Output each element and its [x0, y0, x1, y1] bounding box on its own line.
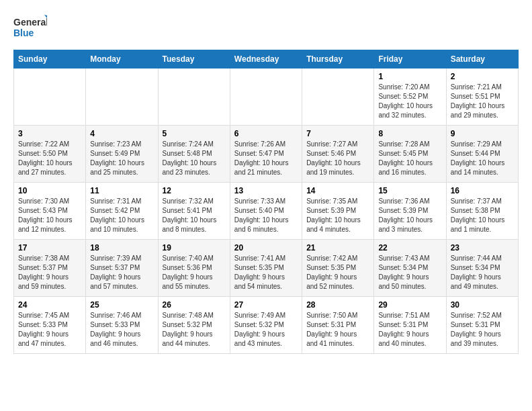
calendar-cell: 17Sunrise: 7:38 AMSunset: 5:37 PMDayligh…: [14, 240, 86, 297]
calendar-cell: 8Sunrise: 7:28 AMSunset: 5:45 PMDaylight…: [374, 126, 446, 183]
day-number: 5: [163, 129, 226, 138]
day-number: 7: [306, 129, 369, 138]
calendar-cell: 28Sunrise: 7:50 AMSunset: 5:31 PMDayligh…: [302, 297, 374, 354]
day-info: Sunrise: 7:26 AMSunset: 5:47 PMDaylight:…: [234, 140, 298, 177]
calendar-cell: 4Sunrise: 7:23 AMSunset: 5:49 PMDaylight…: [86, 126, 158, 183]
calendar-body: 1Sunrise: 7:20 AMSunset: 5:52 PMDaylight…: [14, 68, 519, 354]
calendar-header: SundayMondayTuesdayWednesdayThursdayFrid…: [14, 50, 519, 68]
calendar-cell: 5Sunrise: 7:24 AMSunset: 5:48 PMDaylight…: [158, 126, 230, 183]
day-number: 26: [163, 300, 226, 310]
calendar-cell: [86, 68, 158, 126]
day-info: Sunrise: 7:31 AMSunset: 5:42 PMDaylight:…: [90, 197, 153, 234]
day-info: Sunrise: 7:46 AMSunset: 5:33 PMDaylight:…: [90, 311, 153, 349]
day-info: Sunrise: 7:21 AMSunset: 5:51 PMDaylight:…: [451, 83, 514, 120]
calendar-cell: 27Sunrise: 7:49 AMSunset: 5:32 PMDayligh…: [230, 297, 302, 354]
weekday-header-row: SundayMondayTuesdayWednesdayThursdayFrid…: [14, 50, 519, 68]
weekday-header-saturday: Saturday: [446, 50, 518, 68]
day-info: Sunrise: 7:22 AMSunset: 5:50 PMDaylight:…: [18, 140, 81, 177]
day-number: 6: [234, 129, 298, 138]
day-number: 25: [90, 300, 153, 310]
day-info: Sunrise: 7:37 AMSunset: 5:38 PMDaylight:…: [451, 197, 514, 234]
day-number: 13: [234, 186, 298, 195]
day-info: Sunrise: 7:43 AMSunset: 5:34 PMDaylight:…: [378, 254, 441, 291]
weekday-header-sunday: Sunday: [14, 50, 86, 68]
calendar-cell: 29Sunrise: 7:51 AMSunset: 5:31 PMDayligh…: [374, 297, 446, 354]
calendar-cell: 26Sunrise: 7:48 AMSunset: 5:32 PMDayligh…: [158, 297, 230, 354]
day-info: Sunrise: 7:51 AMSunset: 5:31 PMDaylight:…: [378, 311, 441, 349]
calendar-week-row: 17Sunrise: 7:38 AMSunset: 5:37 PMDayligh…: [14, 240, 519, 297]
calendar-cell: 15Sunrise: 7:36 AMSunset: 5:39 PMDayligh…: [374, 183, 446, 240]
calendar-cell: 25Sunrise: 7:46 AMSunset: 5:33 PMDayligh…: [86, 297, 158, 354]
day-info: Sunrise: 7:36 AMSunset: 5:39 PMDaylight:…: [378, 197, 441, 234]
day-number: 12: [163, 186, 226, 195]
day-info: Sunrise: 7:45 AMSunset: 5:33 PMDaylight:…: [18, 311, 81, 349]
calendar-cell: 9Sunrise: 7:29 AMSunset: 5:44 PMDaylight…: [446, 126, 518, 183]
calendar-cell: 1Sunrise: 7:20 AMSunset: 5:52 PMDaylight…: [374, 68, 446, 126]
day-info: Sunrise: 7:33 AMSunset: 5:40 PMDaylight:…: [234, 197, 298, 234]
day-info: Sunrise: 7:23 AMSunset: 5:49 PMDaylight:…: [90, 140, 153, 177]
day-number: 1: [378, 72, 441, 81]
calendar-cell: 21Sunrise: 7:42 AMSunset: 5:35 PMDayligh…: [302, 240, 374, 297]
calendar-cell: 22Sunrise: 7:43 AMSunset: 5:34 PMDayligh…: [374, 240, 446, 297]
day-info: Sunrise: 7:35 AMSunset: 5:39 PMDaylight:…: [306, 197, 369, 234]
weekday-header-tuesday: Tuesday: [158, 50, 230, 68]
day-number: 18: [90, 243, 153, 253]
weekday-header-wednesday: Wednesday: [230, 50, 302, 68]
logo-svg: General Blue: [13, 13, 47, 43]
calendar-cell: 30Sunrise: 7:52 AMSunset: 5:31 PMDayligh…: [446, 297, 518, 354]
calendar-cell: [158, 68, 230, 126]
day-number: 21: [306, 243, 369, 253]
day-info: Sunrise: 7:32 AMSunset: 5:41 PMDaylight:…: [163, 197, 226, 234]
calendar-cell: 10Sunrise: 7:30 AMSunset: 5:43 PMDayligh…: [14, 183, 86, 240]
day-number: 30: [451, 300, 514, 310]
calendar-week-row: 24Sunrise: 7:45 AMSunset: 5:33 PMDayligh…: [14, 297, 519, 354]
calendar-cell: [230, 68, 302, 126]
day-number: 11: [90, 186, 153, 195]
day-info: Sunrise: 7:39 AMSunset: 5:37 PMDaylight:…: [90, 254, 153, 291]
calendar-week-row: 10Sunrise: 7:30 AMSunset: 5:43 PMDayligh…: [14, 183, 519, 240]
day-info: Sunrise: 7:42 AMSunset: 5:35 PMDaylight:…: [306, 254, 369, 291]
day-number: 4: [90, 129, 153, 138]
day-info: Sunrise: 7:44 AMSunset: 5:34 PMDaylight:…: [451, 254, 514, 291]
day-info: Sunrise: 7:41 AMSunset: 5:35 PMDaylight:…: [234, 254, 298, 291]
day-number: 3: [18, 129, 81, 138]
day-info: Sunrise: 7:38 AMSunset: 5:37 PMDaylight:…: [18, 254, 81, 291]
weekday-header-thursday: Thursday: [302, 50, 374, 68]
calendar-cell: 3Sunrise: 7:22 AMSunset: 5:50 PMDaylight…: [14, 126, 86, 183]
calendar-cell: 18Sunrise: 7:39 AMSunset: 5:37 PMDayligh…: [86, 240, 158, 297]
day-number: 17: [18, 243, 81, 253]
day-info: Sunrise: 7:52 AMSunset: 5:31 PMDaylight:…: [451, 311, 514, 349]
day-number: 16: [451, 186, 514, 195]
calendar-cell: 6Sunrise: 7:26 AMSunset: 5:47 PMDaylight…: [230, 126, 302, 183]
day-info: Sunrise: 7:28 AMSunset: 5:45 PMDaylight:…: [378, 140, 441, 177]
calendar-cell: 2Sunrise: 7:21 AMSunset: 5:51 PMDaylight…: [446, 68, 518, 126]
calendar-cell: 11Sunrise: 7:31 AMSunset: 5:42 PMDayligh…: [86, 183, 158, 240]
day-number: 29: [378, 300, 441, 310]
svg-text:General: General: [13, 17, 47, 28]
calendar-table: SundayMondayTuesdayWednesdayThursdayFrid…: [13, 50, 519, 354]
weekday-header-friday: Friday: [374, 50, 446, 68]
calendar-cell: 24Sunrise: 7:45 AMSunset: 5:33 PMDayligh…: [14, 297, 86, 354]
calendar-cell: 7Sunrise: 7:27 AMSunset: 5:46 PMDaylight…: [302, 126, 374, 183]
calendar-cell: 12Sunrise: 7:32 AMSunset: 5:41 PMDayligh…: [158, 183, 230, 240]
page-header: General Blue: [13, 13, 519, 43]
logo: General Blue: [13, 13, 47, 43]
calendar-cell: 20Sunrise: 7:41 AMSunset: 5:35 PMDayligh…: [230, 240, 302, 297]
day-number: 10: [18, 186, 81, 195]
day-info: Sunrise: 7:27 AMSunset: 5:46 PMDaylight:…: [306, 140, 369, 177]
day-info: Sunrise: 7:48 AMSunset: 5:32 PMDaylight:…: [163, 311, 226, 349]
day-number: 23: [451, 243, 514, 253]
day-number: 20: [234, 243, 298, 253]
day-info: Sunrise: 7:29 AMSunset: 5:44 PMDaylight:…: [451, 140, 514, 177]
weekday-header-monday: Monday: [86, 50, 158, 68]
calendar-week-row: 3Sunrise: 7:22 AMSunset: 5:50 PMDaylight…: [14, 126, 519, 183]
day-number: 27: [234, 300, 298, 310]
day-info: Sunrise: 7:30 AMSunset: 5:43 PMDaylight:…: [18, 197, 81, 234]
calendar-week-row: 1Sunrise: 7:20 AMSunset: 5:52 PMDaylight…: [14, 68, 519, 126]
calendar-cell: 14Sunrise: 7:35 AMSunset: 5:39 PMDayligh…: [302, 183, 374, 240]
day-number: 8: [378, 129, 441, 138]
calendar-cell: [302, 68, 374, 126]
calendar-cell: 16Sunrise: 7:37 AMSunset: 5:38 PMDayligh…: [446, 183, 518, 240]
svg-text:Blue: Blue: [13, 28, 34, 38]
calendar-cell: 13Sunrise: 7:33 AMSunset: 5:40 PMDayligh…: [230, 183, 302, 240]
